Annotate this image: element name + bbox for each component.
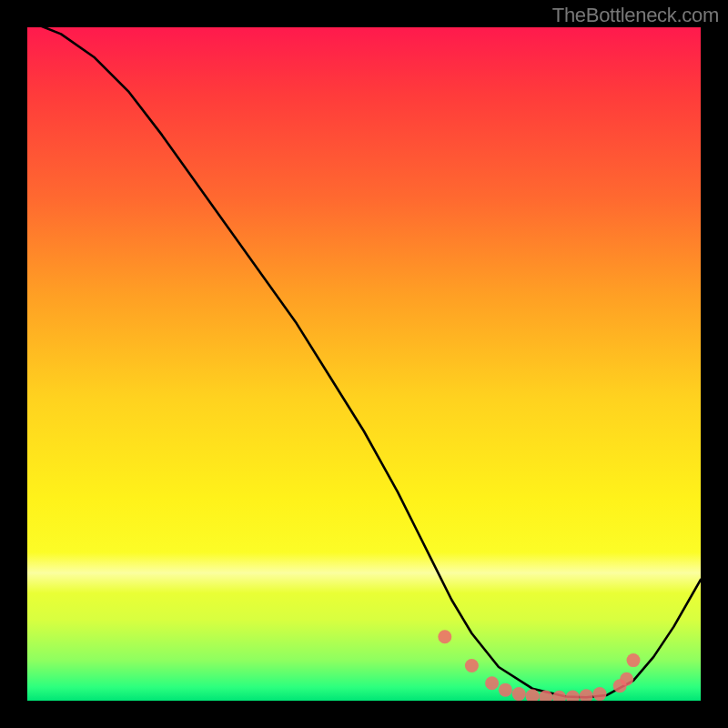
- marker-point: [539, 690, 552, 701]
- plot-area: [27, 27, 701, 701]
- marker-point: [499, 683, 512, 697]
- marker-point: [552, 691, 566, 701]
- marker-point: [580, 689, 593, 701]
- chart-overlay: [27, 27, 701, 701]
- marker-point: [593, 687, 607, 701]
- bottleneck-curve: [27, 27, 701, 697]
- marker-point: [485, 676, 499, 690]
- marker-point: [512, 687, 526, 701]
- watermark-text: TheBottleneck.com: [552, 5, 719, 25]
- marker-point: [613, 679, 627, 693]
- marker-point: [465, 659, 479, 672]
- marker-point: [438, 630, 451, 643]
- chart-frame: TheBottleneck.com: [0, 0, 728, 728]
- marker-point: [566, 690, 580, 701]
- marker-point: [526, 689, 540, 701]
- marker-point: [620, 672, 633, 686]
- marker-point: [627, 653, 641, 667]
- white-highlight-band: [27, 552, 701, 592]
- highlight-markers: [438, 630, 640, 701]
